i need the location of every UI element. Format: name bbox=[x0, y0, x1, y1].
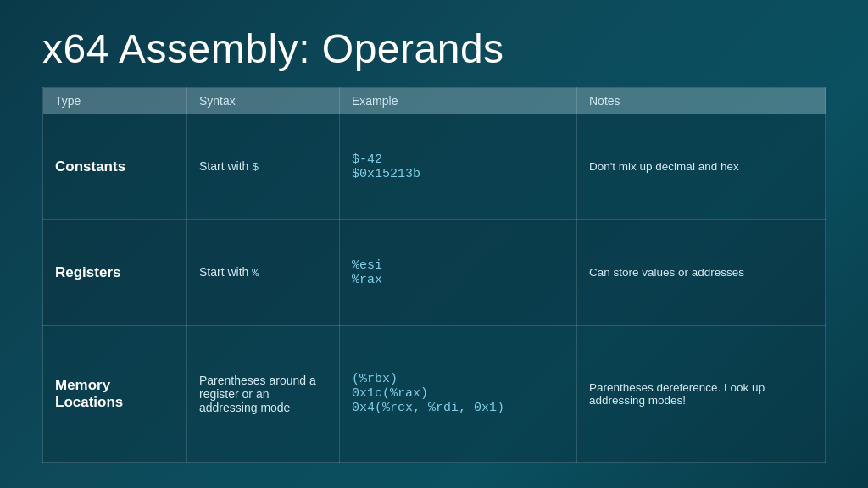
row-registers-type: Registers bbox=[43, 219, 187, 325]
row-constants-type: Constants bbox=[43, 114, 187, 220]
slide: x64 Assembly: Operands Type Syntax Examp… bbox=[0, 0, 868, 488]
row-memory-syntax: Parentheses around a register or an addr… bbox=[187, 325, 340, 462]
operands-table: Type Syntax Example Notes Constants Star… bbox=[42, 87, 826, 463]
row-registers-example: %esi %rax bbox=[340, 219, 577, 325]
row-memory-type: MemoryLocations bbox=[43, 325, 187, 462]
memory-example-3: 0x4(%rcx, %rdi, 0x1) bbox=[352, 401, 504, 415]
table-row: Constants Start with $ $-42 $0x15213b Do… bbox=[43, 114, 826, 220]
constants-example-2: $0x15213b bbox=[352, 167, 420, 181]
row-constants-example: $-42 $0x15213b bbox=[340, 114, 577, 220]
registers-example-1: %esi bbox=[352, 258, 382, 273]
memory-example-2: 0x1c(%rax) bbox=[352, 386, 428, 401]
row-memory-notes: Parentheses dereference. Look up address… bbox=[577, 325, 826, 462]
row-constants-syntax: Start with $ bbox=[187, 114, 340, 220]
col-header-notes: Notes bbox=[577, 88, 826, 114]
constants-example-1: $-42 bbox=[352, 152, 382, 167]
registers-example-2: %rax bbox=[352, 273, 382, 287]
row-registers-syntax: Start with % bbox=[187, 219, 340, 325]
slide-title: x64 Assembly: Operands bbox=[42, 25, 826, 72]
col-header-syntax: Syntax bbox=[187, 88, 340, 114]
row-registers-notes: Can store values or addresses bbox=[577, 219, 826, 325]
memory-example-1: (%rbx) bbox=[352, 372, 398, 386]
row-memory-example: (%rbx) 0x1c(%rax) 0x4(%rcx, %rdi, 0x1) bbox=[340, 325, 577, 462]
col-header-type: Type bbox=[43, 88, 187, 114]
registers-syntax-mono: % bbox=[252, 267, 259, 280]
constants-syntax-mono: $ bbox=[252, 161, 259, 174]
table-row: MemoryLocations Parentheses around a reg… bbox=[43, 325, 826, 462]
col-header-example: Example bbox=[340, 88, 577, 114]
table-row: Registers Start with % %esi %rax Can sto… bbox=[43, 219, 826, 325]
row-constants-notes: Don't mix up decimal and hex bbox=[577, 114, 826, 220]
